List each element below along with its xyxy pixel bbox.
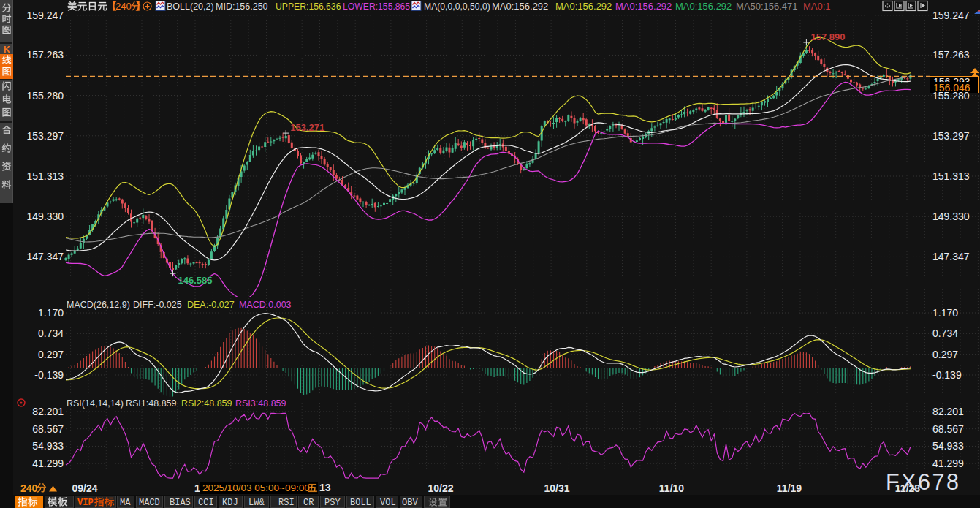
svg-text:0.734: 0.734 bbox=[38, 327, 64, 339]
svg-text:-0.139: -0.139 bbox=[34, 369, 64, 381]
svg-text:OBV: OBV bbox=[402, 498, 418, 508]
svg-text:RSI(14,14,14): RSI(14,14,14) bbox=[67, 398, 124, 409]
svg-text:0.734: 0.734 bbox=[932, 327, 958, 339]
svg-text:149.330: 149.330 bbox=[26, 211, 64, 222]
svg-text:VIP: VIP bbox=[77, 498, 94, 508]
svg-text:MA0:156.292: MA0:156.292 bbox=[555, 1, 612, 12]
svg-text:RSI3:48.859: RSI3:48.859 bbox=[235, 398, 286, 409]
svg-text:BIAS: BIAS bbox=[170, 498, 191, 508]
svg-text:RSI1:48.859: RSI1:48.859 bbox=[126, 398, 177, 409]
svg-text:1: 1 bbox=[194, 482, 200, 494]
svg-text:KDJ: KDJ bbox=[222, 498, 238, 508]
svg-text:PSY: PSY bbox=[324, 498, 341, 508]
svg-text:BOLL(20,2): BOLL(20,2) bbox=[167, 1, 214, 12]
svg-text:159.247: 159.247 bbox=[932, 10, 970, 21]
svg-text:LW&: LW& bbox=[248, 498, 265, 508]
svg-text:CR: CR bbox=[303, 498, 314, 508]
svg-text:151.313: 151.313 bbox=[26, 170, 64, 182]
svg-text:159.247: 159.247 bbox=[26, 10, 64, 21]
svg-text:MID:156.250: MID:156.250 bbox=[216, 1, 268, 12]
svg-text:0.297: 0.297 bbox=[38, 349, 64, 360]
svg-text:41.299: 41.299 bbox=[932, 458, 964, 469]
svg-text:68.567: 68.567 bbox=[932, 423, 964, 435]
svg-text:153.297: 153.297 bbox=[26, 130, 64, 142]
svg-text:MACD(26,12,9): MACD(26,12,9) bbox=[67, 300, 130, 310]
svg-text:VOL: VOL bbox=[380, 498, 396, 508]
svg-text:DIFF:-0.025: DIFF:-0.025 bbox=[133, 300, 182, 310]
svg-text:151.313: 151.313 bbox=[932, 170, 970, 182]
svg-text:240: 240 bbox=[115, 1, 132, 12]
svg-text:CCI: CCI bbox=[198, 498, 214, 508]
svg-text:09/24: 09/24 bbox=[72, 482, 97, 494]
svg-text:MA: MA bbox=[120, 498, 131, 508]
svg-text:11/19: 11/19 bbox=[777, 482, 802, 494]
svg-text:153.271: 153.271 bbox=[290, 122, 324, 133]
svg-text:1.170: 1.170 bbox=[932, 307, 958, 319]
svg-text:RSI2:48.859: RSI2:48.859 bbox=[181, 398, 232, 409]
svg-text:10/22: 10/22 bbox=[428, 482, 453, 494]
svg-text:54.933: 54.933 bbox=[932, 440, 964, 452]
svg-text:MA0:156.292: MA0:156.292 bbox=[615, 1, 672, 12]
svg-text:155.280: 155.280 bbox=[932, 90, 970, 102]
svg-text:157.890: 157.890 bbox=[810, 31, 845, 42]
svg-text:MA50:156.471: MA50:156.471 bbox=[736, 1, 798, 12]
svg-text:54.933: 54.933 bbox=[32, 440, 64, 452]
svg-text:MA0:156.292: MA0:156.292 bbox=[675, 1, 732, 12]
svg-text:155.280: 155.280 bbox=[26, 90, 64, 102]
svg-text:147.347: 147.347 bbox=[932, 251, 970, 262]
svg-text:0.297: 0.297 bbox=[932, 349, 958, 360]
svg-text:K: K bbox=[4, 45, 10, 55]
svg-text:147.347: 147.347 bbox=[26, 251, 64, 262]
svg-text:MA0:156.292: MA0:156.292 bbox=[492, 1, 548, 12]
svg-text:41.299: 41.299 bbox=[32, 458, 64, 469]
svg-text:82.201: 82.201 bbox=[32, 406, 64, 417]
svg-text:157.263: 157.263 bbox=[26, 49, 64, 61]
svg-text:DEA:-0.027: DEA:-0.027 bbox=[187, 300, 235, 310]
svg-text:FX678: FX678 bbox=[886, 469, 960, 494]
svg-text:MACD: MACD bbox=[139, 498, 160, 508]
svg-text:-0.139: -0.139 bbox=[932, 369, 962, 381]
svg-text:68.567: 68.567 bbox=[32, 423, 64, 435]
svg-text:146.585: 146.585 bbox=[178, 275, 213, 286]
svg-text:MA(0,0,0,0,50,0): MA(0,0,0,0,50,0) bbox=[424, 1, 490, 12]
svg-text:BOLL: BOLL bbox=[350, 498, 371, 508]
svg-text:149.330: 149.330 bbox=[932, 211, 970, 222]
svg-text:LOWER:155.865: LOWER:155.865 bbox=[343, 1, 410, 12]
svg-text:2025/10/03 05:00~09:00: 2025/10/03 05:00~09:00 bbox=[202, 482, 310, 493]
svg-text:82.201: 82.201 bbox=[932, 406, 964, 417]
svg-text:MA0:1: MA0:1 bbox=[803, 1, 831, 12]
svg-text:MACD:0.003: MACD:0.003 bbox=[239, 300, 292, 310]
svg-text:11/10: 11/10 bbox=[659, 482, 684, 494]
svg-text:157.263: 157.263 bbox=[932, 49, 970, 61]
svg-text:UPPER:156.636: UPPER:156.636 bbox=[276, 1, 341, 12]
svg-text:153.297: 153.297 bbox=[932, 130, 970, 142]
svg-text:240: 240 bbox=[20, 482, 38, 494]
svg-text:1.170: 1.170 bbox=[38, 307, 64, 319]
svg-text:RSI: RSI bbox=[278, 498, 295, 508]
svg-text:13: 13 bbox=[319, 482, 331, 493]
svg-text:10/31: 10/31 bbox=[544, 482, 569, 494]
